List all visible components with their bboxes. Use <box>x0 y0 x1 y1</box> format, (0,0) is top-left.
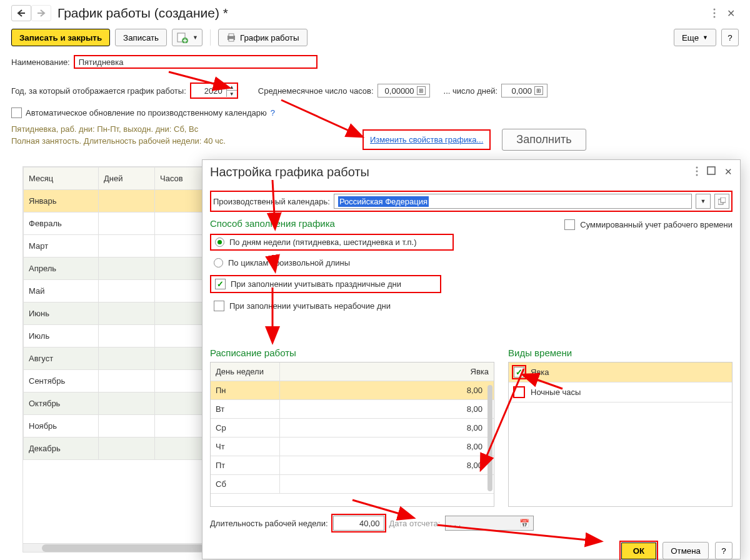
ok-button[interactable]: ОК <box>621 542 657 559</box>
calendar-dropdown-button[interactable]: ▼ <box>696 194 711 209</box>
svg-point-2 <box>714 9 716 11</box>
print-button-label: График работы <box>240 33 299 42</box>
save-button[interactable]: Записать <box>115 29 167 46</box>
dialog-maximize-icon[interactable] <box>707 166 716 178</box>
dialog-close-icon[interactable]: ✕ <box>724 166 732 178</box>
printer-icon <box>226 33 236 42</box>
dialog-menu-icon[interactable] <box>696 166 698 178</box>
change-properties-link[interactable]: Изменить свойства графика... <box>370 135 483 144</box>
window-menu-icon[interactable] <box>706 5 722 21</box>
fill-by-cycles-label: По циклам произвольной длины <box>228 258 350 268</box>
avg-hours-label: Среднемесячное число часов: <box>258 86 374 96</box>
arrow-right-icon <box>37 9 46 17</box>
scroll-thumb[interactable] <box>42 544 204 552</box>
svg-point-13 <box>696 171 698 172</box>
time-type-night-label: Ночные часы <box>531 388 581 397</box>
consider-nonwork-label: При заполнении учитывать нерабочие дни <box>229 301 391 311</box>
more-button-label: Еще <box>682 33 699 42</box>
month-row[interactable]: Июль <box>24 325 211 348</box>
calendar-input[interactable]: Российская Федерация <box>334 194 692 209</box>
month-row[interactable]: Декабрь <box>24 438 211 460</box>
more-button[interactable]: Еще ▼ <box>674 29 716 46</box>
auto-update-help[interactable]: ? <box>271 108 275 118</box>
week-length-value: 40,00 <box>359 519 380 528</box>
time-type-presence-checkbox[interactable] <box>514 367 524 378</box>
schedule-table: День недели Явка Пн8,00Вт8,00Ср8,00Чт8,0… <box>211 362 494 494</box>
year-label: Год, за который отображается график рабо… <box>11 86 186 96</box>
svg-rect-11 <box>229 39 234 41</box>
calculator-icon[interactable]: ⊞ <box>417 86 426 95</box>
year-spin-up[interactable]: ▲ <box>227 84 237 91</box>
month-row[interactable]: Март <box>24 235 211 258</box>
consider-nonwork-checkbox[interactable] <box>214 301 224 311</box>
cancel-button[interactable]: Отмена <box>662 542 709 559</box>
presence-col-header[interactable]: Явка <box>279 362 494 381</box>
month-row[interactable]: Август <box>24 348 211 370</box>
fill-button[interactable]: Заполнить <box>502 129 586 151</box>
schedule-row[interactable]: Ср8,00 <box>211 419 494 438</box>
schedule-row[interactable]: Пт8,00 <box>211 456 494 475</box>
nav-back-button[interactable] <box>11 5 31 21</box>
avg-days-value: 0,000 <box>511 86 532 96</box>
schedule-row[interactable]: Вт8,00 <box>211 400 494 419</box>
week-length-input[interactable]: 40,00 <box>333 516 384 531</box>
month-row[interactable]: Октябрь <box>24 392 211 415</box>
avg-days-label: ... число дней: <box>444 86 498 96</box>
svg-point-4 <box>714 16 716 18</box>
month-row[interactable]: Июнь <box>24 302 211 325</box>
year-input[interactable]: 2020 <box>191 84 226 98</box>
sum-accounting-label: Суммированный учет рабочего времени <box>580 220 732 229</box>
save-and-close-button[interactable]: Записать и закрыть <box>11 29 110 46</box>
horizontal-scrollbar[interactable] <box>23 543 211 552</box>
month-row[interactable]: Сентябрь <box>24 370 211 392</box>
svg-rect-17 <box>721 198 726 202</box>
avg-hours-input[interactable]: 0,00000 ⊞ <box>378 84 430 98</box>
close-icon[interactable]: ✕ <box>722 5 739 21</box>
consider-holidays-checkbox[interactable] <box>215 279 226 289</box>
name-input-value: Пятидневка <box>79 58 124 67</box>
fill-by-cycles-radio[interactable] <box>214 258 223 268</box>
schedule-scrollbar[interactable] <box>488 385 492 491</box>
svg-rect-15 <box>708 167 715 174</box>
time-type-presence-label: Явка <box>531 368 549 377</box>
dialog-title: Настройка графика работы <box>210 165 369 179</box>
name-input[interactable]: Пятидневка <box>74 55 318 69</box>
schedule-row[interactable]: Чт8,00 <box>211 438 494 456</box>
calculator-icon[interactable]: ⊞ <box>534 86 543 95</box>
year-spin-down[interactable]: ▼ <box>227 91 237 97</box>
svg-point-14 <box>696 174 698 176</box>
reference-date-value: . . . <box>449 519 461 528</box>
calendar-label: Производственный календарь: <box>213 197 330 206</box>
week-length-label: Длительность рабочей недели: <box>210 519 328 528</box>
svg-rect-10 <box>229 34 234 36</box>
svg-point-12 <box>696 167 698 169</box>
schedule-row[interactable]: Пн8,00 <box>211 381 494 400</box>
schedule-row[interactable]: Сб <box>211 475 494 494</box>
print-schedule-button[interactable]: График работы <box>218 29 308 46</box>
month-row[interactable]: Февраль <box>24 212 211 235</box>
calendar-icon: 📅 <box>519 519 529 528</box>
sum-accounting-checkbox[interactable] <box>564 219 575 230</box>
fill-by-weekdays-radio[interactable] <box>215 238 224 247</box>
time-type-night-checkbox[interactable] <box>514 387 524 398</box>
day-col-header[interactable]: День недели <box>211 362 279 381</box>
days-col-header[interactable]: Дней <box>99 168 155 190</box>
month-row[interactable]: Апрель <box>24 258 211 280</box>
dialog-help-button[interactable]: ? <box>715 542 732 559</box>
reference-date-label: Дата отсчета: <box>389 519 441 528</box>
document-plus-icon <box>176 32 189 43</box>
month-row[interactable]: Ноябрь <box>24 415 211 438</box>
month-row[interactable]: Май <box>24 280 211 302</box>
open-link-icon <box>718 198 726 205</box>
month-col-header[interactable]: Месяц <box>24 168 99 190</box>
month-table: Месяц Дней Часов ЯнварьФевральМартАпрель… <box>23 167 211 460</box>
calendar-value: Российская Федерация <box>338 196 429 207</box>
month-row[interactable]: Январь <box>24 190 211 212</box>
calendar-open-button[interactable] <box>714 194 729 209</box>
fill-by-weekdays-label: По дням недели (пятидневка, шестидневка … <box>229 238 417 247</box>
attachments-dropdown-button[interactable]: ▼ <box>172 29 202 46</box>
nav-forward-button[interactable] <box>31 5 51 21</box>
help-button[interactable]: ? <box>721 29 739 46</box>
avg-days-input[interactable]: 0,000 ⊞ <box>501 84 548 98</box>
auto-update-checkbox[interactable] <box>11 108 22 118</box>
